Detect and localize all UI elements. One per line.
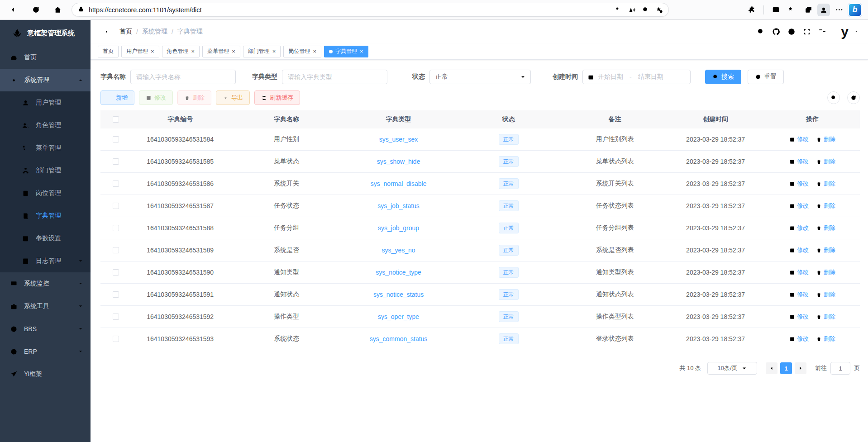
- row-edit-link[interactable]: 修改: [789, 246, 809, 254]
- dict-name-input[interactable]: [130, 70, 236, 84]
- row-edit-link[interactable]: 修改: [789, 135, 809, 143]
- dict-type-link[interactable]: sys_oper_type: [378, 313, 419, 320]
- favorites-icon[interactable]: [785, 3, 799, 17]
- row-checkbox[interactable]: [113, 269, 119, 276]
- bing-chat-icon[interactable]: b: [848, 3, 862, 17]
- zoom-out-icon[interactable]: [639, 4, 652, 16]
- tab-post-mgmt[interactable]: 岗位管理 ×: [283, 46, 321, 57]
- dict-type-input[interactable]: [282, 70, 387, 84]
- row-checkbox[interactable]: [113, 225, 119, 231]
- goto-page-input[interactable]: [830, 362, 850, 375]
- current-page[interactable]: 1: [780, 362, 792, 374]
- start-date-placeholder[interactable]: 开始日期: [598, 73, 623, 81]
- sidebar-item-system-monitor[interactable]: 系统监控: [0, 272, 91, 295]
- row-delete-link[interactable]: 删除: [816, 268, 835, 276]
- add-favorite-icon[interactable]: [652, 4, 666, 16]
- collections-icon[interactable]: [801, 3, 816, 17]
- end-date-placeholder[interactable]: 结束日期: [638, 73, 663, 81]
- row-delete-link[interactable]: 删除: [816, 224, 835, 232]
- row-edit-link[interactable]: 修改: [789, 224, 809, 232]
- row-edit-link[interactable]: 修改: [789, 335, 809, 343]
- dict-type-link[interactable]: sys_yes_no: [382, 247, 415, 254]
- sidebar-item-log-mgmt[interactable]: 日志管理: [0, 250, 91, 272]
- profile-icon[interactable]: [817, 4, 830, 16]
- sidebar-item-system-tools[interactable]: 系统工具: [0, 295, 91, 318]
- breadcrumb-system[interactable]: 系统管理: [142, 28, 167, 36]
- sidebar-item-erp[interactable]: ERP: [0, 340, 91, 363]
- key-icon[interactable]: [611, 4, 625, 16]
- extensions-icon[interactable]: [744, 3, 759, 17]
- dict-type-link[interactable]: sys_job_status: [377, 202, 420, 209]
- user-logo[interactable]: y: [841, 25, 848, 38]
- font-size-icon[interactable]: [815, 24, 830, 39]
- sidebar-item-bbs[interactable]: BBS: [0, 318, 91, 340]
- more-icon[interactable]: [832, 3, 846, 17]
- row-edit-link[interactable]: 修改: [789, 157, 809, 166]
- split-screen-icon[interactable]: [768, 3, 783, 17]
- sidebar-item-user-mgmt[interactable]: 用户管理: [0, 91, 91, 114]
- tab-menu-mgmt[interactable]: 菜单管理 ×: [202, 46, 240, 57]
- tab-dict-mgmt[interactable]: 字典管理 ×: [324, 46, 368, 57]
- tab-close-icon[interactable]: ×: [313, 48, 316, 54]
- tab-close-icon[interactable]: ×: [191, 48, 195, 54]
- row-checkbox[interactable]: [113, 247, 119, 253]
- fullscreen-icon[interactable]: [799, 24, 815, 39]
- address-bar[interactable]: https://ccnetcore.com:1101/system/dict: [72, 3, 669, 17]
- dict-type-link[interactable]: sys_notice_status: [373, 291, 424, 298]
- dict-type-link[interactable]: sys_show_hide: [377, 158, 420, 165]
- dict-type-link[interactable]: sys_notice_type: [376, 269, 421, 276]
- row-delete-link[interactable]: 删除: [816, 135, 835, 143]
- tab-home[interactable]: 首页: [98, 46, 119, 57]
- row-checkbox[interactable]: [113, 314, 119, 320]
- caret-down-icon[interactable]: [854, 28, 859, 36]
- row-checkbox[interactable]: [113, 203, 119, 209]
- read-aloud-icon[interactable]: [625, 4, 639, 16]
- row-delete-link[interactable]: 删除: [816, 335, 835, 343]
- tab-close-icon[interactable]: ×: [272, 48, 276, 54]
- url-text[interactable]: https://ccnetcore.com:1101/system/dict: [89, 6, 611, 14]
- row-delete-link[interactable]: 删除: [816, 180, 835, 188]
- refresh-cache-button[interactable]: 刷新缓存: [254, 90, 300, 105]
- row-delete-link[interactable]: 删除: [816, 246, 835, 254]
- sidebar-item-role-mgmt[interactable]: 角色管理: [0, 114, 91, 137]
- add-button[interactable]: 新增: [100, 90, 134, 105]
- tab-close-icon[interactable]: ×: [151, 48, 154, 54]
- row-edit-link[interactable]: 修改: [789, 313, 809, 321]
- row-delete-link[interactable]: 删除: [816, 157, 835, 166]
- row-delete-link[interactable]: 删除: [816, 313, 835, 321]
- refresh-table-button[interactable]: [847, 91, 860, 104]
- date-range-input[interactable]: 开始日期 - 结束日期: [582, 70, 691, 84]
- sidebar-item-system-mgmt[interactable]: 系统管理: [0, 69, 91, 91]
- sidebar-item-yi-framework[interactable]: Yi框架: [0, 363, 91, 385]
- search-icon[interactable]: [753, 24, 768, 39]
- select-all-checkbox[interactable]: [113, 116, 119, 123]
- row-edit-link[interactable]: 修改: [789, 202, 809, 210]
- sidebar-item-dept-mgmt[interactable]: 部门管理: [0, 159, 91, 182]
- search-button[interactable]: 搜索: [705, 70, 741, 84]
- row-checkbox[interactable]: [113, 336, 119, 342]
- dict-type-link[interactable]: sys_common_status: [370, 335, 428, 342]
- sidebar-collapse-icon[interactable]: [100, 24, 115, 39]
- dict-type-link[interactable]: sys_job_group: [378, 224, 419, 232]
- show-search-button[interactable]: [827, 91, 840, 104]
- tab-close-icon[interactable]: ×: [232, 48, 235, 54]
- prev-page-button[interactable]: [766, 362, 777, 374]
- next-page-button[interactable]: [795, 362, 806, 374]
- export-button[interactable]: 导出: [216, 90, 250, 105]
- sidebar-item-param-settings[interactable]: 参数设置: [0, 227, 91, 250]
- help-icon[interactable]: [784, 24, 799, 39]
- tab-dept-mgmt[interactable]: 部门管理 ×: [243, 46, 281, 57]
- reset-button[interactable]: 重置: [748, 70, 784, 84]
- tab-user-mgmt[interactable]: 用户管理 ×: [121, 46, 159, 57]
- dict-type-link[interactable]: sys_normal_disable: [371, 180, 427, 187]
- back-icon[interactable]: [6, 2, 22, 18]
- row-delete-link[interactable]: 删除: [816, 290, 835, 299]
- refresh-icon[interactable]: [28, 2, 43, 18]
- sidebar-item-dict-mgmt[interactable]: 字典管理: [0, 204, 91, 227]
- row-edit-link[interactable]: 修改: [789, 290, 809, 299]
- row-checkbox[interactable]: [113, 158, 119, 165]
- delete-button[interactable]: 删除: [177, 90, 211, 105]
- row-edit-link[interactable]: 修改: [789, 268, 809, 276]
- sidebar-item-home[interactable]: 首页: [0, 46, 91, 69]
- row-checkbox[interactable]: [113, 181, 119, 187]
